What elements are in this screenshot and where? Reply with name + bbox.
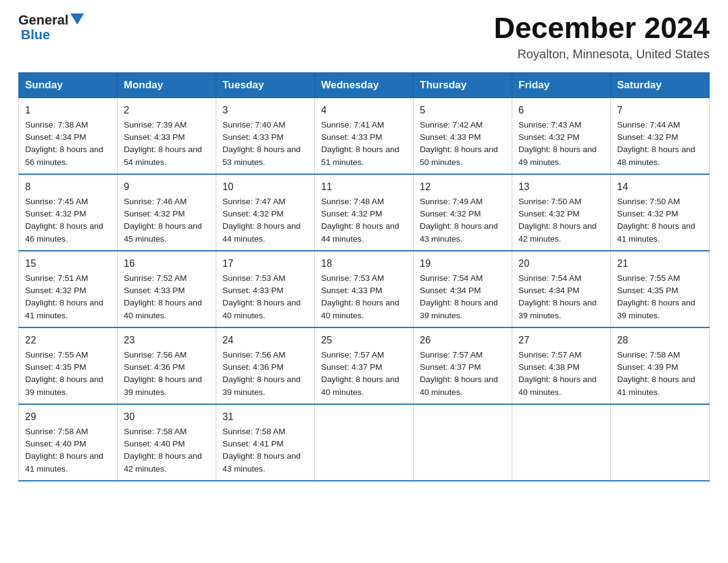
sunset-text: Sunset: 4:32 PM [25,209,86,218]
daylight-text: Daylight: 8 hours and 42 minutes. [124,451,202,473]
calendar-cell: 25Sunrise: 7:57 AMSunset: 4:37 PMDayligh… [315,327,414,404]
logo: General Blue [18,12,84,43]
calendar-cell: 28Sunrise: 7:58 AMSunset: 4:39 PMDayligh… [611,327,710,404]
sunrise-text: Sunrise: 7:58 AM [25,427,88,436]
page-header: General Blue December 2024 Royalton, Min… [18,12,710,61]
day-number: 28 [617,333,703,348]
day-number: 10 [222,180,308,194]
sunrise-text: Sunrise: 7:56 AM [124,350,187,359]
daylight-text: Daylight: 8 hours and 39 minutes. [25,375,104,396]
sunset-text: Sunset: 4:32 PM [124,209,185,218]
logo-blue-text: Blue [18,27,84,43]
sunrise-text: Sunrise: 7:49 AM [420,197,483,206]
calendar-cell [512,404,611,481]
daylight-text: Daylight: 8 hours and 41 minutes. [617,221,696,243]
calendar-cell: 13Sunrise: 7:50 AMSunset: 4:32 PMDayligh… [512,174,611,251]
day-header-friday: Friday [512,72,611,98]
sunrise-text: Sunrise: 7:53 AM [321,274,384,283]
day-number: 29 [25,410,111,424]
calendar-cell: 12Sunrise: 7:49 AMSunset: 4:32 PMDayligh… [414,174,512,251]
sunrise-text: Sunrise: 7:55 AM [25,350,88,359]
sunrise-text: Sunrise: 7:55 AM [617,274,680,283]
sunrise-text: Sunrise: 7:40 AM [222,120,286,129]
day-header-monday: Monday [118,72,216,98]
calendar-cell: 10Sunrise: 7:47 AMSunset: 4:32 PMDayligh… [216,174,315,251]
calendar-cell: 9Sunrise: 7:46 AMSunset: 4:32 PMDaylight… [118,174,216,251]
day-header-tuesday: Tuesday [216,72,315,98]
daylight-text: Daylight: 8 hours and 54 minutes. [124,145,202,166]
sunrise-text: Sunrise: 7:41 AM [321,120,384,129]
calendar-week-row: 29Sunrise: 7:58 AMSunset: 4:40 PMDayligh… [19,404,710,481]
sunrise-text: Sunrise: 7:51 AM [25,274,88,283]
calendar-cell [414,404,512,481]
title-block: December 2024 Royalton, Minnesota, Unite… [494,12,710,61]
day-number: 30 [124,410,210,424]
calendar-table: SundayMondayTuesdayWednesdayThursdayFrid… [18,72,710,481]
daylight-text: Daylight: 8 hours and 44 minutes. [321,221,400,243]
sunset-text: Sunset: 4:34 PM [420,286,481,295]
sunset-text: Sunset: 4:37 PM [420,362,481,372]
sunrise-text: Sunrise: 7:45 AM [25,197,88,206]
sunrise-text: Sunrise: 7:54 AM [420,274,483,283]
sunrise-text: Sunrise: 7:42 AM [420,120,483,129]
sunrise-text: Sunrise: 7:54 AM [518,274,582,283]
calendar-cell: 6Sunrise: 7:43 AMSunset: 4:32 PMDaylight… [512,98,611,174]
day-number: 14 [617,180,703,194]
day-number: 5 [420,103,506,118]
sunset-text: Sunset: 4:33 PM [222,286,284,295]
sunset-text: Sunset: 4:32 PM [222,209,284,218]
sunset-text: Sunset: 4:32 PM [518,209,580,218]
calendar-cell: 20Sunrise: 7:54 AMSunset: 4:34 PMDayligh… [512,251,611,327]
sunrise-text: Sunrise: 7:50 AM [617,197,680,206]
sunset-text: Sunset: 4:40 PM [124,439,185,448]
sunset-text: Sunset: 4:32 PM [321,209,382,218]
calendar-cell: 30Sunrise: 7:58 AMSunset: 4:40 PMDayligh… [118,404,216,481]
calendar-cell: 17Sunrise: 7:53 AMSunset: 4:33 PMDayligh… [216,251,315,327]
day-number: 9 [124,180,210,194]
day-number: 23 [124,333,210,348]
day-number: 13 [518,180,604,194]
sunrise-text: Sunrise: 7:58 AM [617,350,680,359]
sunrise-text: Sunrise: 7:57 AM [518,350,582,359]
sunrise-text: Sunrise: 7:58 AM [222,427,286,436]
daylight-text: Daylight: 8 hours and 48 minutes. [617,145,696,166]
calendar-cell: 19Sunrise: 7:54 AMSunset: 4:34 PMDayligh… [414,251,512,327]
calendar-cell: 26Sunrise: 7:57 AMSunset: 4:37 PMDayligh… [414,327,512,404]
sunset-text: Sunset: 4:36 PM [222,362,284,372]
day-number: 7 [617,103,703,118]
sunset-text: Sunset: 4:32 PM [617,209,678,218]
day-number: 27 [518,333,604,348]
day-number: 4 [321,103,407,118]
sunset-text: Sunset: 4:37 PM [321,362,382,372]
calendar-cell: 5Sunrise: 7:42 AMSunset: 4:33 PMDaylight… [414,98,512,174]
daylight-text: Daylight: 8 hours and 44 minutes. [222,221,301,243]
logo-general-text: General [18,12,69,28]
sunset-text: Sunset: 4:33 PM [420,132,481,142]
day-number: 18 [321,256,407,271]
calendar-week-row: 8Sunrise: 7:45 AMSunset: 4:32 PMDaylight… [19,174,710,251]
daylight-text: Daylight: 8 hours and 49 minutes. [518,145,597,166]
day-number: 25 [321,333,407,348]
daylight-text: Daylight: 8 hours and 39 minutes. [518,298,597,320]
daylight-text: Daylight: 8 hours and 39 minutes. [617,298,696,320]
daylight-text: Daylight: 8 hours and 40 minutes. [420,375,498,396]
daylight-text: Daylight: 8 hours and 40 minutes. [321,298,400,320]
month-title: December 2024 [494,12,710,45]
sunrise-text: Sunrise: 7:38 AM [25,120,88,129]
day-number: 12 [420,180,506,194]
location-title: Royalton, Minnesota, United States [494,47,710,61]
calendar-cell: 16Sunrise: 7:52 AMSunset: 4:33 PMDayligh… [118,251,216,327]
calendar-cell: 14Sunrise: 7:50 AMSunset: 4:32 PMDayligh… [611,174,710,251]
sunrise-text: Sunrise: 7:47 AM [222,197,286,206]
daylight-text: Daylight: 8 hours and 41 minutes. [617,375,696,396]
calendar-cell: 3Sunrise: 7:40 AMSunset: 4:33 PMDaylight… [216,98,315,174]
calendar-cell: 29Sunrise: 7:58 AMSunset: 4:40 PMDayligh… [19,404,118,481]
daylight-text: Daylight: 8 hours and 56 minutes. [25,145,104,166]
sunset-text: Sunset: 4:40 PM [25,439,86,448]
daylight-text: Daylight: 8 hours and 40 minutes. [518,375,597,396]
daylight-text: Daylight: 8 hours and 39 minutes. [222,375,301,396]
sunrise-text: Sunrise: 7:57 AM [420,350,483,359]
daylight-text: Daylight: 8 hours and 53 minutes. [222,145,301,166]
day-number: 2 [124,103,210,118]
calendar-cell [315,404,414,481]
